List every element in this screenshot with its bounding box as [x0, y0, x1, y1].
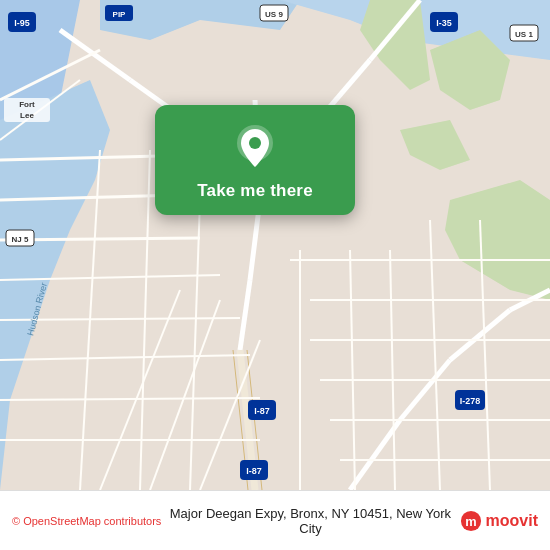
moovit-icon: m [460, 510, 482, 532]
location-pin-icon [231, 123, 279, 171]
svg-text:m: m [465, 513, 476, 528]
moovit-text: moovit [486, 512, 538, 530]
svg-text:I-278: I-278 [460, 396, 481, 406]
svg-text:Fort: Fort [19, 100, 35, 109]
map-svg: I-95 PIP US 9 I-35 US 1 NJ 5 I-87 I-87 I… [0, 0, 550, 490]
svg-text:US 9: US 9 [265, 10, 283, 19]
moovit-logo: m moovit [460, 510, 538, 532]
map-container: I-95 PIP US 9 I-35 US 1 NJ 5 I-87 I-87 I… [0, 0, 550, 490]
bottom-bar: © OpenStreetMap contributors Major Deega… [0, 490, 550, 550]
action-card[interactable]: Take me there [155, 105, 355, 215]
svg-text:Lee: Lee [20, 111, 34, 120]
take-me-there-button[interactable]: Take me there [197, 181, 313, 201]
svg-text:PIP: PIP [113, 10, 127, 19]
svg-text:I-95: I-95 [14, 18, 30, 28]
svg-text:US 1: US 1 [515, 30, 533, 39]
svg-point-76 [249, 137, 261, 149]
osm-attribution: © OpenStreetMap contributors [12, 515, 161, 527]
svg-text:NJ 5: NJ 5 [12, 235, 29, 244]
svg-text:I-87: I-87 [254, 406, 270, 416]
svg-text:I-35: I-35 [436, 18, 452, 28]
location-info: Major Deegan Expy, Bronx, NY 10451, New … [169, 506, 451, 536]
svg-text:I-87: I-87 [246, 466, 262, 476]
